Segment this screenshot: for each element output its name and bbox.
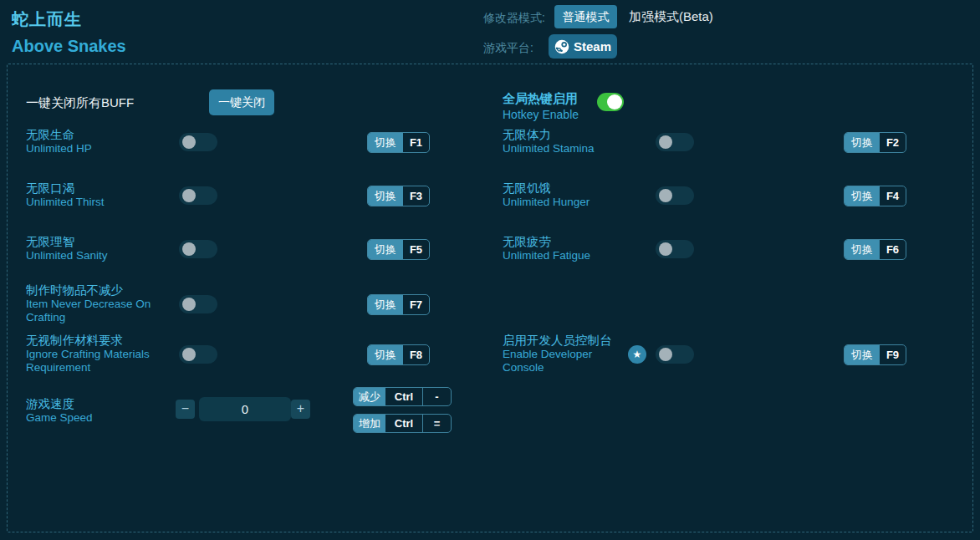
hotkey-item-never-decrease[interactable]: 切换 F7	[367, 294, 430, 315]
mode-normal-button[interactable]: 普通模式	[554, 5, 617, 28]
toggle-unlimited-stamina[interactable]	[656, 133, 694, 151]
hotkey-key: F6	[880, 240, 906, 259]
toggle-knob	[182, 348, 196, 361]
cheat-label-cn: 无限疲劳	[503, 234, 657, 249]
game-speed-row: 游戏速度 Game Speed − + 减少 Ctrl - 增加 Ctrl =	[8, 387, 484, 446]
hotkey-toggle-label: 切换	[368, 295, 403, 314]
hotkey-toggle-label: 切换	[845, 133, 880, 152]
speed-decrease-hotkey[interactable]: 减少 Ctrl -	[353, 387, 452, 406]
cheat-label-en: Unlimited Fatigue	[503, 249, 657, 262]
modifier-mode-label: 修改器模式:	[483, 11, 545, 26]
toggle-knob	[182, 189, 196, 202]
hotkey-key: F2	[880, 133, 906, 152]
hotkey-key: F7	[403, 295, 429, 314]
trainer-window: 蛇上而生 Above Snakes 修改器模式: 普通模式 加强模式(Beta)…	[0, 0, 980, 540]
cheat-row-unlimited-thirst: 无限口渴 Unlimited Thirst 切换 F3	[8, 181, 484, 229]
hotkey-unlimited-thirst[interactable]: 切换 F3	[367, 186, 430, 206]
hotkey-toggle-label: 切换	[845, 240, 880, 259]
hotkey-unlimited-hp[interactable]: 切换 F1	[367, 132, 430, 153]
steam-platform-button[interactable]: Steam	[549, 34, 617, 59]
game-speed-input[interactable]	[199, 397, 291, 421]
cheat-label-en: Unlimited HP	[26, 142, 181, 155]
hotkey-unlimited-fatigue[interactable]: 切换 F6	[844, 239, 906, 260]
close-all-buff-row: 一键关闭所有BUFF 一键关闭	[8, 77, 484, 125]
platform-label: 游戏平台:	[483, 41, 533, 56]
cheat-label-cn: 无限体力	[503, 127, 657, 142]
toggle-knob	[659, 242, 672, 256]
speed-dec-modifier: Ctrl	[385, 388, 422, 405]
toggle-unlimited-sanity[interactable]	[179, 240, 217, 258]
hotkey-key: F1	[403, 133, 429, 152]
toggle-knob	[659, 189, 672, 202]
speed-dec-key: -	[422, 388, 451, 405]
cheat-label-en: Unlimited Thirst	[26, 196, 181, 209]
cheat-row-item-never-decrease: 制作时物品不减少 Item Never Decrease On Crafting…	[8, 283, 484, 331]
cheat-label-en: Enable Developer Console	[503, 348, 620, 374]
cheat-label-cn: 无限口渴	[26, 181, 181, 196]
hotkey-unlimited-stamina[interactable]: 切换 F2	[844, 132, 906, 153]
hotkey-enable-toggle[interactable]	[597, 93, 624, 111]
speed-inc-key: =	[422, 415, 451, 432]
hotkey-key: F5	[403, 240, 429, 259]
toggle-knob	[182, 298, 196, 311]
hotkey-toggle-label: 切换	[368, 133, 403, 152]
hotkey-ignore-crafting-materials[interactable]: 切换 F8	[367, 344, 430, 365]
hotkey-unlimited-sanity[interactable]: 切换 F5	[367, 239, 430, 260]
cheat-label-en: Ignore Crafting Materials Requirement	[26, 348, 181, 374]
game-title-cn: 蛇上而生	[12, 8, 82, 31]
star-icon: ★	[628, 345, 646, 364]
cheat-row-unlimited-hunger: 无限饥饿 Unlimited Hunger 切换 F4	[484, 181, 961, 229]
steam-icon	[554, 39, 569, 54]
cheat-label-en: Unlimited Sanity	[26, 249, 181, 262]
hotkey-toggle-label: 切换	[368, 240, 403, 259]
toggle-item-never-decrease[interactable]	[179, 295, 217, 313]
cheat-row-unlimited-sanity: 无限理智 Unlimited Sanity 切换 F5	[8, 234, 484, 283]
speed-increase-button[interactable]: +	[291, 400, 310, 419]
speed-inc-modifier: Ctrl	[385, 415, 422, 432]
toggle-ignore-crafting-materials[interactable]	[179, 345, 217, 364]
toggle-knob	[659, 135, 672, 149]
cheats-panel: 一键关闭所有BUFF 一键关闭 全局热键启用 Hotkey Enable 无限生…	[7, 64, 973, 532]
hotkey-key: F3	[403, 186, 429, 206]
hotkey-key: F4	[880, 186, 906, 206]
close-all-buff-label: 一键关闭所有BUFF	[26, 95, 134, 111]
cheat-row-unlimited-hp: 无限生命 Unlimited HP 切换 F1	[8, 127, 484, 176]
hotkey-enable-label-en: Hotkey Enable	[503, 108, 579, 121]
speed-increase-hotkey[interactable]: 增加 Ctrl =	[353, 414, 452, 433]
toggle-knob	[182, 135, 196, 149]
toggle-knob	[182, 242, 196, 256]
cheat-label-en: Unlimited Hunger	[503, 196, 657, 209]
cheat-label-cn: 无限理智	[26, 234, 181, 249]
cheat-label-en: Unlimited Stamina	[503, 142, 657, 155]
cheat-row-unlimited-fatigue: 无限疲劳 Unlimited Fatigue 切换 F6	[484, 234, 961, 283]
toggle-unlimited-thirst[interactable]	[179, 186, 217, 205]
speed-decrease-button[interactable]: −	[176, 400, 195, 419]
toggle-unlimited-hp[interactable]	[179, 133, 217, 151]
cheat-row-unlimited-stamina: 无限体力 Unlimited Stamina 切换 F2	[484, 127, 961, 176]
hotkey-enable-row: 全局热键启用 Hotkey Enable	[484, 77, 961, 125]
hotkey-enable-developer-console[interactable]: 切换 F9	[844, 344, 906, 365]
cheat-label-cn: 制作时物品不减少	[26, 283, 181, 298]
toggle-knob	[607, 94, 622, 110]
steam-button-label: Steam	[574, 39, 611, 53]
cheat-label-cn: 无限饥饿	[503, 181, 657, 196]
cheat-label-cn: 无限生命	[26, 127, 181, 142]
hotkey-unlimited-hunger[interactable]: 切换 F4	[844, 186, 906, 206]
toggle-unlimited-hunger[interactable]	[656, 186, 694, 205]
mode-enhanced-button[interactable]: 加强模式(Beta)	[629, 9, 713, 25]
toggle-unlimited-fatigue[interactable]	[656, 240, 694, 258]
cheat-row-ignore-crafting-materials: 无视制作材料要求 Ignore Crafting Materials Requi…	[8, 333, 484, 381]
speed-dec-label: 减少	[354, 388, 385, 405]
hotkey-toggle-label: 切换	[845, 345, 880, 364]
toggle-knob	[659, 348, 672, 361]
cheat-label-en: Item Never Decrease On Crafting	[26, 298, 181, 324]
game-speed-label-cn: 游戏速度	[26, 396, 181, 411]
hotkey-key: F8	[403, 345, 429, 364]
toggle-enable-developer-console[interactable]	[656, 345, 694, 364]
close-all-buff-button[interactable]: 一键关闭	[209, 89, 274, 115]
hotkey-toggle-label: 切换	[368, 186, 403, 206]
game-title-en: Above Snakes	[12, 37, 126, 56]
cheat-label-cn: 无视制作材料要求	[26, 333, 181, 348]
game-speed-label-en: Game Speed	[26, 411, 181, 425]
hotkey-key: F9	[880, 345, 906, 364]
